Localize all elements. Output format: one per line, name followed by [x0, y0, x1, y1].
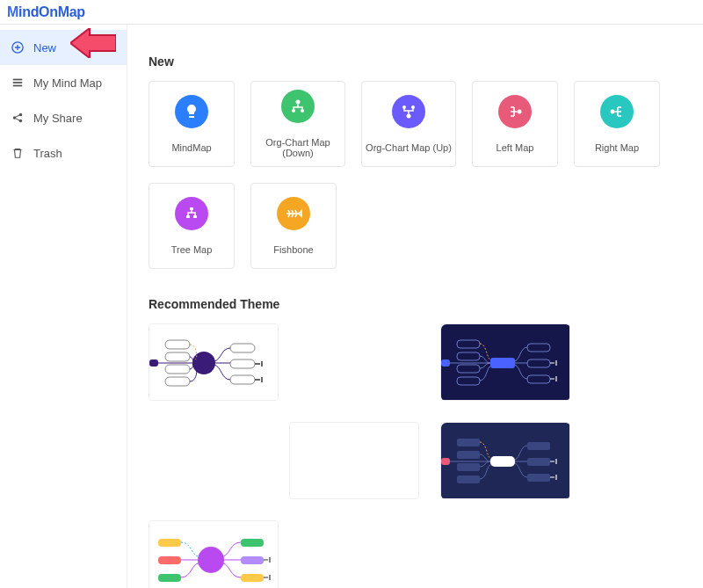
template-label: Fishbone	[273, 244, 313, 255]
svg-rect-43	[457, 451, 480, 459]
svg-rect-46	[527, 442, 550, 450]
main-content: New MindMap Org-Chart Map (Down) Org-Cha…	[127, 25, 703, 588]
template-label: Left Map	[496, 142, 534, 153]
template-right-map[interactable]: Right Map	[574, 81, 660, 167]
svg-rect-51	[158, 539, 181, 547]
sidebar: New My Mind Map My Share Trash	[0, 25, 127, 588]
section-title-new: New	[149, 54, 682, 69]
sidebar-item-my-share[interactable]: My Share	[0, 100, 127, 135]
svg-rect-47	[527, 458, 550, 466]
plus-circle-icon	[11, 40, 25, 54]
svg-rect-44	[457, 463, 480, 471]
svg-rect-18	[193, 215, 197, 218]
svg-point-14	[518, 110, 522, 114]
sidebar-item-label: My Share	[33, 112, 83, 125]
template-org-up[interactable]: Org-Chart Map (Up)	[361, 81, 456, 167]
template-label: Org-Chart Map (Up)	[366, 142, 452, 153]
svg-point-50	[198, 547, 224, 573]
svg-rect-52	[158, 556, 181, 564]
trash-icon	[11, 146, 25, 160]
sidebar-item-trash[interactable]: Trash	[0, 135, 127, 171]
theme-dark-navy-2[interactable]	[440, 422, 570, 499]
svg-rect-54	[241, 539, 264, 547]
svg-rect-41	[441, 458, 450, 465]
svg-rect-16	[190, 207, 193, 210]
template-tree-map[interactable]: Tree Map	[149, 183, 235, 269]
template-label: Tree Map	[171, 244, 213, 255]
svg-rect-21	[149, 359, 158, 367]
right-map-icon	[600, 95, 634, 128]
svg-rect-55	[241, 556, 264, 564]
sidebar-item-my-mind-map[interactable]: My Mind Map	[0, 65, 127, 100]
share-icon	[11, 111, 25, 125]
theme-blank[interactable]	[289, 422, 419, 499]
mindmap-icon	[175, 95, 208, 128]
template-cards: MindMap Org-Chart Map (Down) Org-Chart M…	[149, 81, 682, 269]
svg-rect-2	[13, 82, 23, 83]
svg-rect-48	[527, 474, 550, 482]
template-left-map[interactable]: Left Map	[472, 81, 558, 167]
svg-rect-1	[13, 79, 23, 81]
template-label: Org-Chart Map (Down)	[251, 137, 344, 158]
fishbone-icon	[277, 197, 310, 230]
template-fishbone[interactable]: Fishbone	[250, 183, 337, 269]
template-org-down[interactable]: Org-Chart Map (Down)	[250, 81, 345, 167]
svg-rect-53	[158, 574, 181, 582]
svg-rect-56	[241, 574, 264, 582]
template-label: Right Map	[595, 142, 639, 153]
svg-point-6	[19, 120, 23, 123]
svg-point-12	[402, 105, 406, 109]
sidebar-item-label: My Mind Map	[33, 76, 102, 90]
svg-point-7	[296, 100, 301, 105]
left-map-icon	[498, 95, 532, 128]
svg-point-11	[407, 114, 411, 119]
svg-point-8	[292, 109, 295, 113]
svg-point-15	[611, 110, 615, 114]
sidebar-item-label: New	[33, 41, 56, 54]
svg-rect-45	[457, 475, 480, 483]
svg-rect-3	[13, 85, 23, 87]
theme-dark-navy[interactable]	[440, 323, 570, 401]
theme-light-purple[interactable]	[149, 323, 279, 401]
template-label: MindMap	[171, 142, 211, 153]
svg-point-10	[301, 109, 304, 113]
section-title-themes: Recommended Theme	[149, 297, 682, 311]
svg-point-13	[411, 105, 415, 109]
svg-point-5	[19, 113, 23, 117]
org-down-icon	[281, 90, 315, 123]
svg-rect-30	[490, 358, 515, 368]
svg-rect-31	[441, 359, 450, 367]
theme-list	[149, 323, 682, 588]
svg-point-20	[192, 352, 215, 374]
tree-map-icon	[175, 197, 208, 230]
list-icon	[11, 76, 25, 90]
app-layout: New My Mind Map My Share Trash New	[0, 25, 703, 588]
sidebar-item-label: Trash	[33, 147, 62, 160]
svg-rect-40	[490, 456, 515, 467]
sidebar-item-new[interactable]: New	[0, 30, 127, 65]
app-header: MMindOnMapindOnMap	[0, 0, 703, 25]
theme-light-colorful[interactable]	[149, 520, 279, 588]
org-up-icon	[392, 95, 425, 128]
svg-rect-17	[186, 215, 190, 218]
template-mindmap[interactable]: MindMap	[149, 81, 235, 167]
svg-rect-42	[457, 439, 480, 446]
app-logo: MMindOnMapindOnMap	[7, 4, 85, 18]
